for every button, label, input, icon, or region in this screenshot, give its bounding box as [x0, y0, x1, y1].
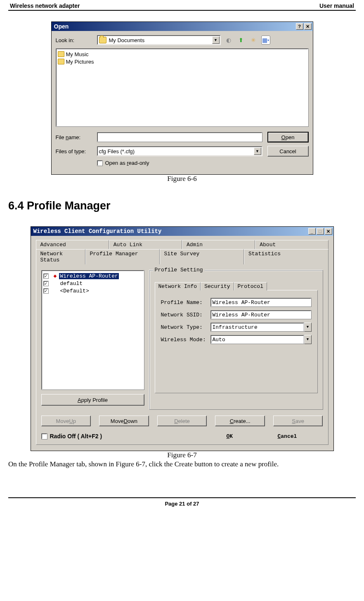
profile-list[interactable]: ✓ ◆ Wireless AP-Router ✓ default — [41, 270, 144, 390]
folder-icon — [58, 51, 64, 57]
look-in-label: Look in: — [56, 37, 97, 43]
header-rule — [8, 10, 356, 11]
chevron-down-icon[interactable]: ▼ — [254, 147, 261, 155]
filename-label: File name: — [56, 134, 97, 140]
inner-tab-security[interactable]: Security — [201, 282, 234, 290]
open-dialog: Open ? ✕ Look in: My Documents ▼ ◐ ⬆ — [51, 21, 313, 175]
filetype-label: Files of type: — [56, 148, 97, 154]
section-heading: 6.4 Profile Manager — [8, 200, 356, 212]
cancel-button[interactable]: Cancel — [278, 433, 323, 439]
tab-about[interactable]: About — [255, 240, 328, 249]
maximize-button: □ — [317, 228, 324, 235]
profile-item[interactable]: ✓ ◆ Wireless AP-Router — [43, 272, 142, 280]
open-button[interactable]: Open — [267, 132, 309, 143]
open-dialog-titlebar: Open ? ✕ — [52, 22, 313, 31]
profile-setting-group: Profile Setting Network Info Security Pr… — [149, 270, 323, 410]
create-button[interactable]: Create... — [215, 416, 265, 426]
file-item[interactable]: My Pictures — [58, 58, 307, 65]
figure-6-7-caption: Figure 6-7 — [8, 451, 356, 459]
view-menu-icon[interactable]: ▦▾ — [261, 36, 270, 45]
profile-item[interactable]: ✓ <Default> — [43, 287, 142, 295]
look-in-value: My Documents — [109, 37, 145, 43]
profile-name-label: Profile Name: — [161, 299, 210, 306]
file-list[interactable]: My Music My Pictures — [56, 48, 309, 127]
page-footer: Page 21 of 27 — [8, 497, 356, 507]
groupbox-legend: Profile Setting — [153, 267, 205, 273]
wireless-mode-label: Wireless Mode: — [161, 337, 210, 343]
inner-tab-protocol[interactable]: Protocol — [234, 282, 267, 290]
profile-checkbox[interactable]: ✓ — [43, 288, 49, 294]
profile-checkbox[interactable]: ✓ — [43, 281, 49, 286]
network-type-combo[interactable]: Infrastructure ▼ — [210, 323, 312, 332]
header-right: User manual — [319, 2, 354, 9]
ssid-label: Network SSID: — [161, 312, 210, 318]
cancel-button[interactable]: Cancel — [267, 146, 309, 157]
open-dialog-title: Open — [54, 23, 69, 30]
inner-tab-network-info[interactable]: Network Info — [155, 282, 201, 290]
file-item[interactable]: My Music — [58, 50, 307, 58]
radio-off-checkbox[interactable] — [41, 433, 47, 439]
profile-manager-dialog: Wireless Client Configuration Utility _ … — [31, 226, 334, 451]
filetype-combo[interactable]: cfg Files (*.cfg) ▼ — [97, 146, 262, 156]
save-button: Save — [273, 416, 323, 426]
chevron-down-icon[interactable]: ▼ — [212, 36, 220, 44]
back-icon[interactable]: ◐ — [224, 36, 233, 45]
radio-off-label: Radio Off ( Alt+F2 ) — [50, 433, 102, 439]
active-marker-icon: ◆ — [54, 273, 57, 279]
pm-titlebar: Wireless Client Configuration Utility _ … — [31, 227, 333, 236]
network-type-label: Network Type: — [161, 324, 210, 330]
up-folder-icon[interactable]: ⬆ — [236, 36, 246, 45]
close-button[interactable]: ✕ — [304, 23, 312, 30]
folder-icon — [58, 59, 64, 64]
minimize-button[interactable]: _ — [308, 228, 316, 235]
filetype-value: cfg Files (*.cfg) — [99, 148, 135, 154]
move-up-button: Move Up — [41, 416, 91, 426]
ok-button[interactable]: OK — [227, 433, 272, 439]
tab-site-survey[interactable]: Site Survey — [160, 249, 244, 264]
apply-profile-button[interactable]: Apply Profile — [41, 394, 144, 406]
tab-statistics[interactable]: Statistics — [244, 249, 329, 264]
wireless-mode-combo[interactable]: Auto ▼ — [210, 335, 312, 344]
header-left: Wireless network adapter — [10, 2, 80, 9]
filename-input[interactable] — [97, 132, 262, 142]
close-button[interactable]: ✕ — [325, 228, 332, 235]
figure-6-6-caption: Figure 6-6 — [8, 175, 356, 183]
tab-auto-link[interactable]: Auto Link — [109, 240, 182, 249]
readonly-checkbox[interactable] — [97, 160, 103, 166]
tab-network-status[interactable]: Network Status — [36, 249, 85, 264]
tab-admin[interactable]: Admin — [182, 240, 255, 249]
body-paragraph: On the Profile Manager tab, shown in Fig… — [8, 460, 356, 468]
tab-profile-manager[interactable]: Profile Manager — [85, 249, 160, 264]
move-down-button[interactable]: Move Down — [99, 416, 149, 426]
profile-name-input[interactable]: Wireless AP-Router — [210, 298, 312, 307]
chevron-down-icon[interactable]: ▼ — [304, 335, 312, 344]
tab-advanced[interactable]: Advanced — [36, 240, 109, 249]
ssid-input[interactable]: Wireless AP-Router — [210, 310, 312, 319]
profile-item[interactable]: ✓ default — [43, 280, 142, 287]
folder-icon — [99, 37, 106, 43]
new-folder-icon[interactable]: ✳ — [249, 36, 258, 45]
delete-button: Delete — [157, 416, 207, 426]
look-in-combo[interactable]: My Documents ▼ — [97, 35, 221, 45]
chevron-down-icon[interactable]: ▼ — [304, 323, 312, 332]
readonly-label: Open as read-only — [105, 160, 149, 166]
pm-title: Wireless Client Configuration Utility — [33, 228, 162, 235]
profile-checkbox[interactable]: ✓ — [43, 273, 49, 279]
help-button[interactable]: ? — [296, 23, 303, 30]
